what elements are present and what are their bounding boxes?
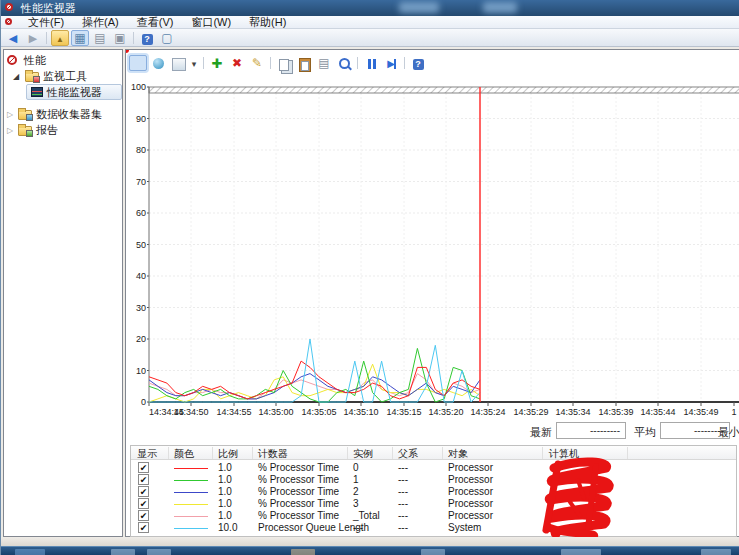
taskbar-icon[interactable] — [147, 549, 171, 555]
window-title: 性能监视器 — [21, 0, 76, 16]
menu-item-4[interactable]: 帮助(H) — [240, 16, 295, 29]
taskbar-icon[interactable] — [561, 549, 601, 555]
y-axis-tick-label: 20 — [136, 334, 146, 344]
toolbar-separator — [357, 57, 358, 69]
tree-item-label: 报告 — [36, 123, 58, 138]
legend-cell-scale: 1.0 — [218, 462, 232, 474]
legend-cell-instance: --- — [353, 522, 363, 534]
windows-taskbar[interactable] — [1, 546, 739, 555]
legend-column-header[interactable]: 计算机 — [549, 447, 579, 461]
menu-item-2[interactable]: 查看(V) — [128, 16, 183, 29]
forward-icon[interactable] — [24, 30, 42, 46]
legend-cell-object: Processor — [448, 498, 493, 510]
legend-row[interactable]: ✔1.0% Processor Time0---Processor — [131, 462, 736, 474]
tree-item-label: 性能监视器 — [47, 85, 102, 100]
tree-item-label: 监视工具 — [43, 69, 87, 84]
menu-item-3[interactable]: 窗口(W) — [182, 16, 240, 29]
help-icon[interactable] — [138, 30, 156, 46]
taskbar-icon[interactable] — [421, 549, 445, 555]
tree-item-label: 数据收集器集 — [36, 107, 102, 122]
menu-item-0[interactable]: 文件(F) — [19, 16, 73, 29]
legend-cell-instance: 0 — [353, 462, 359, 474]
highlight-icon[interactable] — [248, 55, 266, 71]
delete-counter-icon[interactable] — [228, 55, 246, 71]
start-button[interactable] — [15, 549, 45, 555]
legend-column-header[interactable]: 颜色 — [174, 447, 194, 461]
main-toolbar — [1, 29, 739, 47]
data-collector-sets-folder-icon — [18, 110, 32, 120]
legend-row[interactable]: ✔1.0% Processor Time_Total---Processor — [131, 510, 736, 522]
chart-top-hatch-band — [149, 87, 739, 93]
expander-closed-icon[interactable]: ▷ — [7, 107, 13, 122]
expander-open-icon[interactable]: ◢ — [13, 69, 19, 84]
legend-row[interactable]: ✔1.0% Processor Time1---Processor — [131, 474, 736, 486]
app-icon — [5, 3, 13, 11]
legend-column-header[interactable]: 比例 — [218, 447, 238, 461]
print-icon[interactable] — [111, 30, 129, 46]
counter-color-swatch — [174, 528, 208, 529]
legend-cell-instance: 2 — [353, 486, 359, 498]
legend-cell-parent: --- — [398, 462, 408, 474]
legend-row[interactable]: ✔10.0Processor Queue Length------System — [131, 522, 736, 534]
legend-column-header[interactable]: 父系 — [398, 447, 418, 461]
legend-cell-object: Processor — [448, 474, 493, 486]
legend-row[interactable]: ✔1.0% Processor Time2---Processor — [131, 486, 736, 498]
column-separator — [627, 447, 628, 459]
counter-color-swatch — [174, 480, 208, 481]
show-counter-checkbox[interactable]: ✔ — [138, 462, 149, 473]
show-counter-checkbox[interactable]: ✔ — [138, 522, 149, 533]
legend-row[interactable]: ✔1.0% Processor Time3---Processor — [131, 498, 736, 510]
taskbar-icon[interactable] — [701, 549, 731, 555]
show-window-icon[interactable] — [158, 30, 176, 46]
legend-column-header[interactable]: 显示 — [137, 447, 157, 461]
legend-cell-counter: % Processor Time — [258, 486, 339, 498]
x-axis-tick-label: 14:35:05 — [301, 407, 336, 417]
legend-column-header[interactable]: 对象 — [448, 447, 468, 461]
doc-properties-icon[interactable] — [315, 55, 333, 71]
x-axis-tick-label: 14:35:39 — [598, 407, 633, 417]
toolbar-separator — [203, 57, 204, 69]
show-console-tree-icon[interactable] — [71, 30, 89, 46]
counter-color-swatch — [174, 516, 208, 517]
menu-item-1[interactable]: 操作(A) — [73, 16, 128, 29]
title-bar[interactable]: 性能监视器 — [1, 0, 739, 16]
column-separator — [392, 447, 393, 459]
view-log-data-icon[interactable] — [169, 55, 187, 71]
toolbar-separator — [133, 32, 134, 44]
show-counter-checkbox[interactable]: ✔ — [138, 486, 149, 497]
legend-column-header[interactable]: 实例 — [353, 447, 373, 461]
taskbar-icon[interactable] — [291, 549, 315, 555]
view-current-activity-icon[interactable] — [149, 55, 167, 71]
legend-cell-instance: _Total — [353, 510, 380, 522]
export-list-icon[interactable] — [51, 30, 69, 46]
copy-properties-icon[interactable] — [275, 55, 293, 71]
x-axis-tick-label: 14:35:49 — [683, 407, 718, 417]
back-icon[interactable] — [4, 30, 22, 46]
add-counter-icon[interactable] — [208, 55, 226, 71]
legend-cell-counter: % Processor Time — [258, 498, 339, 510]
child-window-icon[interactable] — [5, 18, 12, 25]
x-axis-tick-label: 14:35:34 — [555, 407, 590, 417]
view-type-icon[interactable] — [129, 55, 147, 71]
legend-column-header[interactable]: 计数器 — [258, 447, 288, 461]
average-label: 平均 — [634, 425, 656, 440]
show-counter-checkbox[interactable]: ✔ — [138, 474, 149, 485]
freeze-display-icon[interactable] — [362, 55, 380, 71]
paste-counter-list-icon[interactable] — [295, 55, 313, 71]
show-counter-checkbox[interactable]: ✔ — [138, 498, 149, 509]
legend-cell-object: Processor — [448, 486, 493, 498]
taskbar-icon[interactable] — [111, 549, 135, 555]
x-axis-tick-label: 14:35:00 — [258, 407, 293, 417]
help-icon[interactable] — [409, 55, 427, 71]
tree-root-label: 性能 — [24, 53, 46, 68]
y-axis-tick-label: 90 — [136, 114, 146, 124]
legend-cell-object: System — [448, 522, 481, 534]
window-bottom-edge — [1, 537, 739, 546]
show-counter-checkbox[interactable]: ✔ — [138, 510, 149, 521]
doc-properties-icon[interactable] — [91, 30, 109, 46]
zoom-icon[interactable] — [335, 55, 353, 71]
update-data-icon[interactable] — [382, 55, 400, 71]
dropdown-caret-icon[interactable] — [189, 55, 199, 71]
column-separator — [347, 447, 348, 459]
expander-closed-icon[interactable]: ▷ — [7, 123, 13, 138]
